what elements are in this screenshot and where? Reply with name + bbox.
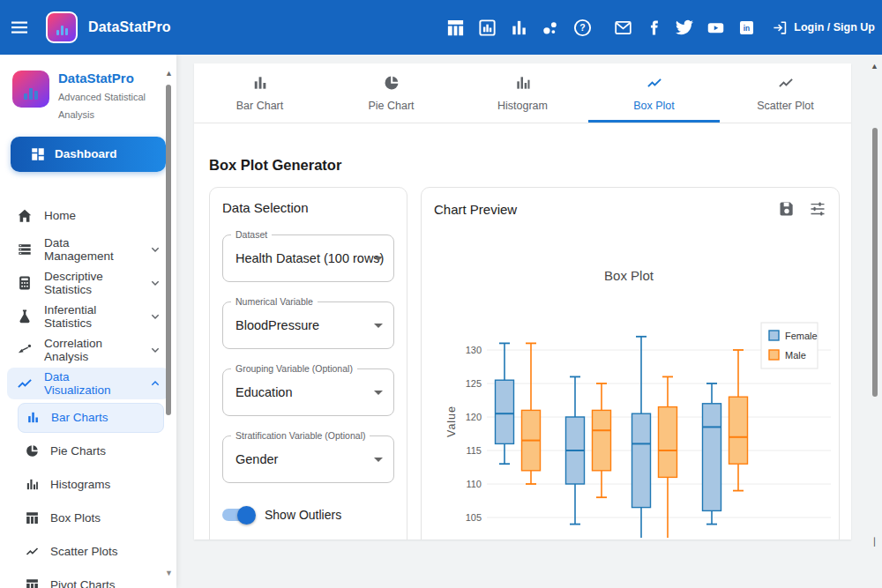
svg-text:125: 125	[466, 378, 482, 389]
tab-box-plot[interactable]: Box Plot	[588, 63, 720, 123]
sidebar-header: DataStatPro Advanced Statistical Analysi…	[0, 55, 176, 124]
sidebar-subitem-pivot-charts[interactable]: Pivot Charts	[18, 570, 164, 588]
save-chart-icon[interactable]	[778, 200, 796, 218]
app-logo-icon	[12, 71, 49, 108]
field-value: BloodPressure	[235, 318, 319, 332]
data-selection-title: Data Selection	[222, 200, 394, 215]
sidebar-scrollbar-thumb[interactable]	[166, 85, 171, 415]
chart-settings-icon[interactable]	[809, 200, 826, 218]
svg-text:120: 120	[466, 412, 482, 422]
login-signup-button[interactable]: Login / Sign Up	[772, 19, 875, 36]
dropdown-arrow-icon	[374, 324, 383, 328]
svg-text:in: in	[744, 24, 750, 33]
linkedin-icon[interactable]: in	[738, 19, 755, 36]
svg-text:130: 130	[466, 345, 482, 355]
sidebar-subitem-label: Pie Charts	[50, 444, 106, 458]
histogram-icon	[514, 74, 532, 92]
sidebar-subitem-pie-charts[interactable]: Pie Charts	[18, 436, 164, 466]
show-outliers-toggle[interactable]	[222, 509, 252, 521]
line-chart-icon	[646, 74, 663, 92]
scroll-up-arrow[interactable]: ▲	[871, 62, 878, 71]
field-label: Numerical Variable	[231, 296, 318, 307]
sidebar-item-data-management[interactable]: Data Management	[7, 234, 169, 265]
box-plot-chart: Box Plot130125120115110105ValueFemaleMal…	[423, 229, 838, 538]
dashboard-label: Dashboard	[55, 147, 117, 160]
sidebar-item-label: Data Visualization	[44, 370, 138, 397]
data-visualization-submenu: Bar Charts Pie Charts Histograms Box Plo…	[0, 403, 176, 588]
chart-preview-panel: Chart Preview Box Plot130125120115110105…	[421, 187, 840, 540]
sidebar-scroll-down-arrow[interactable]: ▼	[165, 569, 173, 577]
data-selection-panel: Data Selection Dataset Health Dataset (1…	[209, 187, 407, 540]
analytics-chart-icon[interactable]	[477, 18, 497, 38]
numerical-variable-select[interactable]: Numerical Variable BloodPressure	[222, 301, 394, 349]
sidebar-scroll-up-arrow[interactable]: ▲	[165, 69, 173, 78]
svg-text:105: 105	[466, 512, 482, 523]
scroll-down-arrow[interactable]: ▏	[874, 538, 880, 547]
email-icon[interactable]	[614, 19, 632, 37]
pivot-table-icon	[25, 577, 40, 588]
sidebar-subitem-scatter-plots[interactable]: Scatter Plots	[18, 537, 164, 567]
top-navbar: DataStatPro ? in Login / Sign Up	[0, 0, 882, 55]
histogram-icon	[25, 477, 40, 492]
svg-text:?: ?	[579, 22, 585, 33]
tab-label: Scatter Plot	[757, 100, 814, 112]
content-card: Bar Chart Pie Chart Histogram Box Plot S…	[194, 63, 851, 540]
hamburger-menu-icon[interactable]	[9, 17, 30, 38]
dropdown-arrow-icon	[374, 257, 383, 261]
chart-preview-header: Chart Preview	[434, 200, 826, 218]
box-plot-icon	[25, 510, 40, 525]
sidebar-item-descriptive-statistics[interactable]: Descriptive Statistics	[7, 267, 169, 299]
tab-scatter-plot[interactable]: Scatter Plot	[720, 63, 851, 123]
dropdown-arrow-icon	[374, 391, 383, 395]
stratification-variable-select[interactable]: Stratification Variable (Optional) Gende…	[222, 435, 394, 483]
sidebar-item-inferential-statistics[interactable]: Inferential Statistics	[7, 301, 169, 332]
svg-text:Female: Female	[785, 331, 818, 341]
sidebar-subitem-label: Scatter Plots	[50, 545, 118, 558]
field-label: Stratification Variable (Optional)	[231, 430, 370, 441]
sidebar-subitem-box-plots[interactable]: Box Plots	[18, 503, 164, 533]
sidebar-item-label: Descriptive Statistics	[44, 270, 138, 296]
sidebar-subitem-label: Pivot Charts	[50, 578, 116, 588]
chevron-down-icon	[148, 276, 162, 290]
sidebar-brand: DataStatPro	[58, 71, 155, 86]
tab-label: Bar Chart	[236, 100, 284, 112]
chevron-down-icon	[148, 242, 162, 257]
tab-histogram[interactable]: Histogram	[457, 63, 588, 123]
bar-chart-icon[interactable]	[509, 18, 529, 38]
tab-bar-chart[interactable]: Bar Chart	[194, 63, 325, 123]
svg-text:Value: Value	[445, 406, 458, 437]
sidebar-item-correlation-analysis[interactable]: Correlation Analysis	[7, 334, 169, 366]
sidebar-item-home[interactable]: Home	[7, 200, 169, 232]
scatter-plot-icon	[25, 544, 40, 559]
tab-label: Pie Chart	[368, 100, 414, 112]
table-chart-icon[interactable]	[445, 18, 466, 38]
bubble-chart-icon[interactable]	[541, 18, 561, 38]
pie-chart-icon	[25, 443, 40, 458]
login-label: Login / Sign Up	[794, 21, 875, 33]
dashboard-icon	[30, 146, 46, 162]
sidebar-subitem-histograms[interactable]: Histograms	[18, 470, 164, 500]
youtube-icon[interactable]	[706, 19, 725, 37]
page-title: Box Plot Generator	[209, 157, 851, 174]
line-chart-icon	[777, 74, 795, 92]
sidebar-item-data-visualization[interactable]: Data Visualization	[7, 368, 169, 399]
facebook-icon[interactable]	[646, 19, 662, 36]
sidebar-subitem-bar-charts[interactable]: Bar Charts	[18, 403, 164, 433]
main-scrollbar-thumb[interactable]	[872, 128, 878, 397]
dashboard-button[interactable]: Dashboard	[11, 137, 166, 172]
svg-text:Male: Male	[785, 350, 806, 361]
navbar-brand[interactable]: DataStatPro	[46, 11, 171, 43]
login-icon	[772, 19, 789, 36]
help-icon[interactable]: ?	[572, 18, 593, 38]
dropdown-arrow-icon	[374, 458, 383, 462]
sidebar-tagline: Advanced Statistical Analysis	[58, 89, 155, 124]
grouping-variable-select[interactable]: Grouping Variable (Optional) Education	[222, 368, 394, 416]
sidebar-item-label: Data Management	[44, 236, 138, 263]
calculator-icon	[16, 274, 34, 292]
pie-chart-icon	[383, 74, 400, 92]
twitter-icon[interactable]	[676, 19, 693, 36]
dataset-select[interactable]: Dataset Health Dataset (100 rows)	[222, 234, 394, 282]
tab-pie-chart[interactable]: Pie Chart	[325, 63, 457, 123]
show-outliers-label: Show Outliers	[265, 508, 341, 522]
sidebar-item-label: Correlation Analysis	[44, 337, 138, 363]
